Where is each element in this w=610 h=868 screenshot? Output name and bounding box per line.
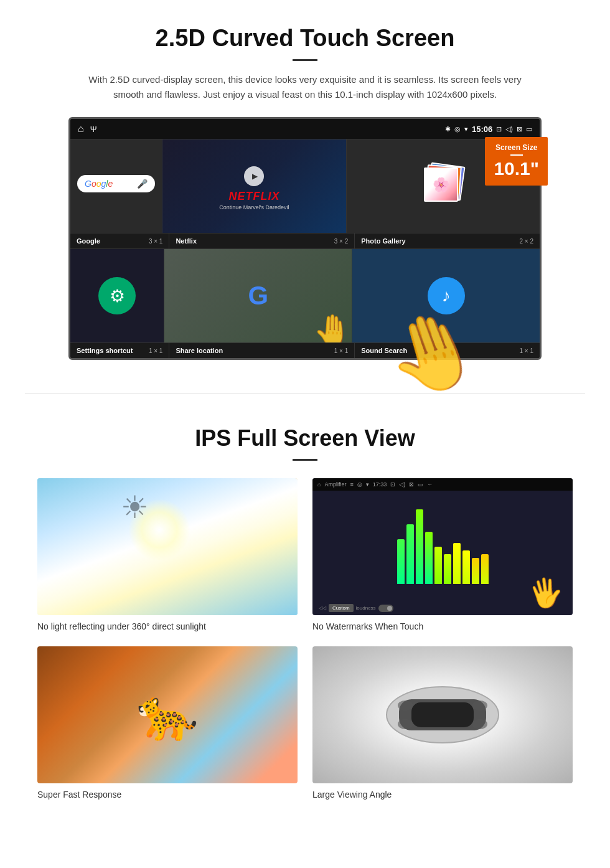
google-search-bar[interactable]: Google 🎤 [77,175,155,192]
svg-point-5 [398,719,413,729]
google-app-cell[interactable]: Google 🎤 [70,139,162,233]
volume-icon: ◁) [505,125,513,133]
netflix-app-name: Netflix [176,237,197,245]
amplifier-feature: ⌂Amplifier≡◎▾17:33⊡◁)⊠▭← 🖐 [312,478,573,631]
photo-gallery-label: Photo Gallery 2 × 2 [355,234,540,248]
share-location-app-size: 1 × 1 [334,347,349,354]
amplifier-image: ⌂Amplifier≡◎▾17:33⊡◁)⊠▭← 🖐 [312,478,573,615]
screen-size-badge: Screen Size 10.1" [485,137,548,186]
window-icon: ▭ [526,125,532,133]
maps-g-icon: G [248,281,268,311]
sunlight-image [37,478,298,615]
sunlight-caption: No light reflecting under 360° direct su… [37,621,298,631]
svg-rect-2 [411,702,474,727]
settings-cell[interactable]: ⚙ [70,249,164,342]
camera-icon: ⊡ [496,125,502,133]
status-time: 15:06 [472,125,492,134]
settings-icon: ⚙ [98,277,136,314]
sound-search-app-size: 1 × 1 [519,347,533,354]
sunlight-feature: No light reflecting under 360° direct su… [37,478,298,631]
car-svg [380,684,505,746]
car-feature: Large Viewing Angle [312,646,573,800]
badge-underline [510,154,523,156]
cheetah-caption: Super Fast Response [37,790,298,800]
location-icon: ◎ [454,125,461,133]
settings-app-size: 1 × 1 [149,347,163,354]
wifi-icon: ▾ [464,125,468,133]
share-location-label: Share location 1 × 1 [169,343,355,358]
device-mockup: Screen Size 10.1" ⌂ Ψ ✱ ◎ ▾ 15:06 ⊡ ◁) [68,117,542,360]
google-app-name: Google [77,237,100,245]
netflix-play-button[interactable] [244,166,264,186]
home-icon: ⌂ [78,123,84,134]
section-divider [25,394,585,394]
cheetah-feature: 🐆 Super Fast Response [37,646,298,800]
car-image [312,646,573,783]
photo-gallery-app-size: 2 × 2 [519,238,533,245]
close-icon: ⊠ [517,125,522,133]
status-bar: ⌂ Ψ ✱ ◎ ▾ 15:06 ⊡ ◁) ⊠ ▭ [70,119,540,139]
svg-point-4 [472,701,487,710]
photo-stack: 🌸 [421,164,465,208]
maps-cell[interactable]: G 🤚 [164,249,352,342]
app-row-1: Google 🎤 NETFLIX Continue Marvel's Dared… [70,139,540,233]
netflix-label: Netflix 3 × 2 [169,234,355,248]
cheetah-image: 🐆 [37,646,298,783]
share-location-app-name: Share location [176,347,223,354]
svg-point-3 [398,701,413,710]
mic-icon: 🎤 [137,179,148,189]
svg-point-6 [472,719,487,729]
car-caption: Large Viewing Angle [312,790,573,800]
photo-card-front: 🌸 [424,167,458,202]
section1-title: 2.5D Curved Touch Screen [37,25,573,52]
netflix-subtitle: Continue Marvel's Daredevil [219,204,289,210]
hand-overlay: 🤚 [313,313,352,342]
badge-size: 10.1" [494,158,539,179]
google-app-size: 3 × 1 [149,238,163,245]
page: 2.5D Curved Touch Screen With 2.5D curve… [0,0,610,824]
feature-grid: No light reflecting under 360° direct su… [37,478,573,800]
settings-app-name: Settings shortcut [77,347,133,354]
netflix-app-size: 3 × 2 [334,238,349,245]
usb-icon: Ψ [90,125,97,134]
netflix-app-cell[interactable]: NETFLIX Continue Marvel's Daredevil [162,139,346,233]
section2-title: IPS Full Screen View [37,425,573,451]
netflix-logo: NETFLIX [219,190,289,203]
google-label: Google 3 × 1 [70,234,169,248]
photo-gallery-app-name: Photo Gallery [361,237,406,245]
ips-title-underline [293,459,317,461]
app-label-row-1: Google 3 × 1 Netflix 3 × 2 Photo Gallery… [70,233,540,248]
title-underline [293,59,317,61]
status-right: ✱ ◎ ▾ 15:06 ⊡ ◁) ⊠ ▭ [445,125,532,134]
bluetooth-icon: ✱ [445,125,451,133]
badge-title: Screen Size [494,143,539,152]
amplifier-caption: No Watermarks When Touch [312,621,573,631]
netflix-overlay: NETFLIX Continue Marvel's Daredevil [219,163,289,210]
cheetah-emoji: 🐆 [136,686,199,744]
ips-section: IPS Full Screen View No light reflecting… [0,413,610,824]
google-logo: Google [85,179,113,189]
settings-label: Settings shortcut 1 × 1 [70,343,169,358]
curved-screen-section: 2.5D Curved Touch Screen With 2.5D curve… [0,0,610,375]
section1-description: With 2.5D curved-display screen, this de… [87,72,523,102]
